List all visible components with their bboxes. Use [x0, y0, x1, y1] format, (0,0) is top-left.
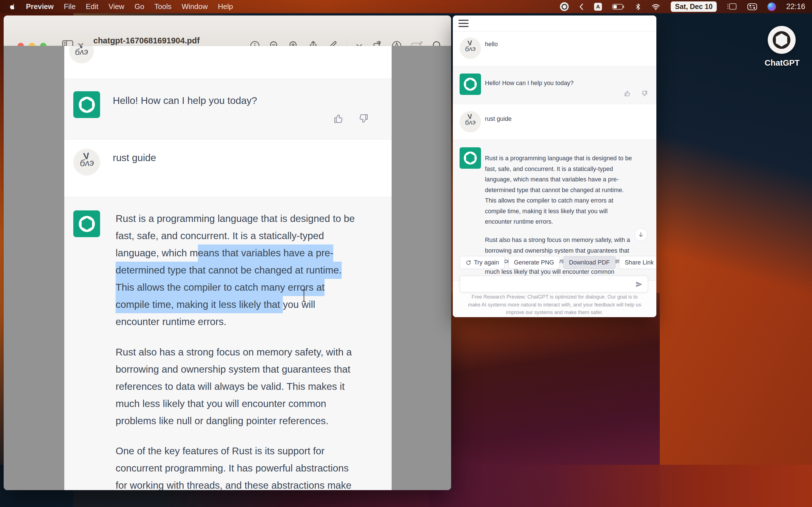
text-line: borrowing and ownership system that guar…	[116, 360, 352, 378]
text-line: Rust is a programming language that is d…	[485, 153, 632, 164]
text-line: Rust also has a strong focus on memory s…	[485, 235, 630, 245]
user-message: hello	[485, 41, 498, 48]
answer-paragraph-1[interactable]: Rust is a programming language that is d…	[116, 210, 355, 330]
answer-paragraph-3[interactable]: One of the key features of Rust is its s…	[116, 442, 352, 490]
thumbs-up-icon[interactable]	[624, 90, 631, 97]
menu-item-edit[interactable]: Edit	[86, 2, 98, 11]
thumbs-down-icon[interactable]	[357, 113, 369, 124]
selected-text: This allows the compiler to catch many e…	[116, 279, 324, 296]
text-cursor	[301, 289, 307, 302]
text-line: concurrent programming. It has powerful …	[116, 459, 352, 476]
text-line: borrowing and ownership system that guar…	[485, 245, 630, 256]
text-line: make AI systems more natural to interact…	[458, 301, 651, 309]
text-line: determined type that cannot be changed a…	[116, 262, 355, 279]
assistant-message-row: Hello! How can I help you today?	[64, 78, 392, 139]
assistant-message: Hello! How can I help you today?	[485, 80, 573, 87]
control-center-icon[interactable]	[747, 3, 757, 10]
footer-disclaimer: Free Research Preview: ChatGPT is optimi…	[458, 293, 651, 317]
hamburger-icon[interactable]	[458, 20, 469, 27]
menu-item-help[interactable]: Help	[218, 2, 233, 11]
retry-icon	[465, 260, 471, 266]
chatgpt-desktop-icon[interactable]: ChatGPT	[765, 26, 799, 68]
text-line: One of the key features of Rust is its s…	[116, 442, 352, 459]
user-message-row: V бʌэ rust guide	[453, 104, 656, 140]
selected-text: eans that variables have a pre-	[198, 244, 334, 262]
selected-text: determined type that cannot be changed a…	[116, 262, 342, 279]
answer-paragraph-1[interactable]: Rust is a programming language that is d…	[485, 153, 632, 227]
send-icon[interactable]	[635, 281, 643, 288]
chat-topbar	[453, 15, 656, 32]
text-line: fast, safe, and concurrent. It is a stat…	[116, 227, 355, 244]
bluetooth-icon[interactable]	[635, 3, 641, 11]
user-message-row: V бʌэ hello	[453, 31, 656, 66]
text-line: references to data will always be valid.…	[116, 378, 352, 395]
menu-item-go[interactable]: Go	[135, 2, 144, 11]
wifi-icon[interactable]	[651, 3, 661, 10]
preview-titlebar[interactable]: chatgpt-1670681691904.pdf 1 page	[4, 15, 451, 46]
chatgpt-avatar	[73, 210, 100, 237]
message-input[interactable]	[460, 276, 648, 292]
apple-icon[interactable]	[8, 3, 16, 11]
pdf-page[interactable]: V бʌэ Hello! How can I help you today?	[64, 46, 392, 490]
text-line: compile time, making it less likely that…	[116, 296, 355, 313]
chatgpt-avatar	[73, 91, 100, 118]
siri-icon[interactable]	[767, 3, 776, 11]
try-again-button[interactable]: Try again	[460, 256, 505, 269]
user-message-row: V бʌэ rust guide	[64, 139, 392, 197]
text-line: encounter runtime errors.	[116, 313, 355, 330]
menu-item-tools[interactable]: Tools	[154, 2, 172, 11]
download-pdf-button[interactable]: Download PDF	[563, 256, 615, 269]
assistant-message-row: Hello! How can I help you today?	[453, 66, 656, 104]
feedback-buttons	[333, 113, 369, 124]
pdf-viewport[interactable]: V бʌэ Hello! How can I help you today?	[4, 46, 451, 490]
user-avatar: V бʌэ	[460, 38, 481, 59]
text-line: Free Research Preview: ChatGPT is optimi…	[458, 293, 651, 301]
chatgpt-avatar	[460, 73, 481, 95]
assistant-message-row: Rust is a programming language that is d…	[64, 197, 392, 490]
date-badge[interactable]: Sat, Dec 10	[671, 1, 717, 12]
scroll-down-button[interactable]	[635, 228, 647, 241]
openai-logo-icon	[768, 26, 796, 54]
text-line: for working with threads, and these abst…	[116, 476, 352, 490]
clock: 22:16	[786, 2, 805, 11]
text-line: fast, safe, and concurrent. It is a stat…	[485, 164, 632, 175]
text-line: encounter runtime errors.	[485, 217, 632, 227]
text-line: problems like null or dangling pointer r…	[116, 412, 352, 429]
user-avatar: V бʌэ	[69, 46, 94, 63]
generate-png-button[interactable]: Generate PNG	[508, 256, 560, 269]
text-line: Rust is a programming language that is d…	[116, 210, 355, 227]
desktop-icon-label: ChatGPT	[765, 58, 799, 68]
screen-mirroring-icon[interactable]	[727, 3, 737, 10]
feedback-buttons	[624, 90, 648, 97]
menu-item-file[interactable]: File	[64, 2, 75, 11]
text-line: This allows the compiler to catch many e…	[485, 195, 632, 206]
chevron-left-icon[interactable]	[579, 3, 584, 10]
menu-item-window[interactable]: Window	[182, 2, 207, 11]
text-line: language, which means that variables hav…	[485, 174, 632, 185]
preview-window: chatgpt-1670681691904.pdf 1 page	[4, 15, 451, 490]
menu-item-view[interactable]: View	[109, 2, 124, 11]
share-link-button[interactable]: Share Link	[619, 256, 656, 269]
chatgpt-window: V бʌэ hello Hello! How can I help you to…	[453, 15, 656, 317]
text-line: determined type that cannot be changed a…	[485, 185, 632, 196]
assistant-message: Hello! How can I help you today?	[113, 95, 257, 106]
action-buttons: Try again Generate PNG Download PDF Shar…	[460, 256, 656, 269]
user-message: rust guide	[113, 152, 156, 163]
text-line: This allows the compiler to catch many e…	[116, 279, 355, 296]
battery-icon[interactable]	[612, 3, 625, 10]
input-source-icon[interactable]: A	[594, 3, 602, 11]
chatgpt-status-icon[interactable]	[560, 2, 569, 11]
text-line: improve our systems and make them safer.	[458, 309, 651, 317]
menu-item-preview[interactable]: Preview	[26, 2, 54, 11]
thumbs-down-icon[interactable]	[641, 90, 648, 97]
selected-text: compile time, making it less likely that	[116, 296, 283, 313]
text-line: much less likely that you will encounter…	[116, 395, 352, 412]
text-line: Rust also has a strong focus on memory s…	[116, 343, 352, 360]
window-title: chatgpt-1670681691904.pdf	[93, 36, 200, 45]
text-line: compile time, making it less likely that…	[485, 206, 632, 217]
chatgpt-avatar	[460, 147, 481, 169]
menu-bar: Preview File Edit View Go Tools Window H…	[0, 0, 812, 13]
user-message: rust guide	[485, 115, 511, 122]
thumbs-up-icon[interactable]	[333, 113, 345, 124]
answer-paragraph-2[interactable]: Rust also has a strong focus on memory s…	[116, 343, 352, 429]
